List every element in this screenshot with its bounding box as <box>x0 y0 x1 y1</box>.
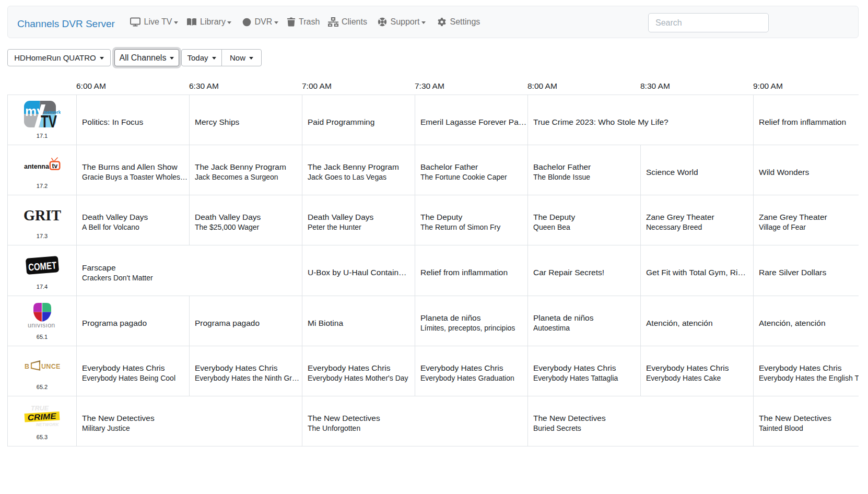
svg-text:CRIME: CRIME <box>27 411 57 422</box>
svg-text:GRIT: GRIT <box>24 207 61 222</box>
svg-text:UNCE: UNCE <box>41 363 60 370</box>
svg-text:unıvısıon: unıvısıon <box>28 322 55 328</box>
svg-text:TV: TV <box>41 112 57 128</box>
svg-text:tv: tv <box>52 162 57 170</box>
svg-text:COMET: COMET <box>28 260 57 273</box>
svg-text:NETWORK: NETWORK <box>36 422 60 427</box>
svg-text:antenna: antenna <box>24 163 50 170</box>
svg-text:B: B <box>25 363 29 370</box>
svg-text:TRUE: TRUE <box>31 405 49 412</box>
